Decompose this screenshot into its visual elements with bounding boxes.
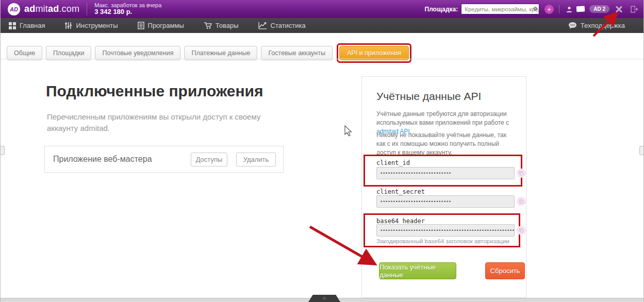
base64-helper-text: Закодированный base64 заголовок авториза…: [376, 238, 509, 244]
nav-support-label: Техподдержка: [581, 22, 625, 29]
nav-item-statistics[interactable]: Статистика: [258, 22, 306, 29]
nav-item-support[interactable]: Техподдержка: [568, 22, 625, 29]
nav-item-home[interactable]: Главная: [9, 22, 45, 29]
nav-item-label: Статистика: [271, 22, 306, 29]
nav-item-label: Инструменты: [76, 22, 118, 29]
reset-credentials-button[interactable]: Сбросить: [485, 262, 525, 279]
tab-guest-accounts[interactable]: Гостевые аккаунты: [261, 46, 333, 60]
right-panel-handle[interactable]: [639, 146, 643, 155]
earnings-value: 3 342 180 р.: [94, 8, 161, 15]
gear-icon: ⚙: [533, 6, 538, 12]
tools-icon[interactable]: [615, 5, 623, 13]
tab-platforms[interactable]: Площадки: [46, 46, 91, 60]
connected-app-row: Приложение веб-мастера Доступы Удалить: [44, 146, 284, 173]
copy-icon[interactable]: [517, 197, 526, 206]
admitad-logo-text: admitad.com: [24, 4, 79, 14]
nav-item-label: Товары: [216, 22, 239, 29]
tab-api-applications[interactable]: API и приложения: [339, 46, 409, 60]
tab-general[interactable]: Общие: [7, 46, 42, 60]
grid-icon: [9, 22, 16, 29]
platform-select-input[interactable]: Кредиты, микрозаймы, кред ⚙: [461, 4, 539, 14]
mouse-cursor: [345, 126, 352, 136]
platform-label: Площадка:: [425, 6, 458, 13]
tab-payment-details[interactable]: Платежные данные: [184, 46, 257, 60]
panel-title: Учётные данные API: [376, 90, 481, 103]
chat-bubble-icon: [568, 22, 577, 29]
app-delete-button[interactable]: Удалить: [236, 153, 276, 166]
account-badge[interactable]: AD 2: [589, 5, 609, 13]
page-description: Перечисленным приложениям вы открыли дос…: [47, 111, 284, 134]
left-panel-handle[interactable]: [1, 146, 5, 155]
settings-tab-bar: Общие Площадки Почтовые уведомления Плат…: [7, 43, 411, 63]
client-id-input[interactable]: ••••••••••••••••••••••••••••: [376, 167, 515, 179]
show-credentials-button[interactable]: Показать учётные данные: [379, 262, 456, 279]
admitad-logo-icon: AD: [8, 3, 20, 15]
cart-icon: [204, 22, 212, 29]
add-platform-button[interactable]: +: [544, 5, 554, 14]
chart-icon: [258, 22, 267, 29]
document-icon: [138, 22, 144, 29]
app-name: Приложение веб-мастера: [53, 155, 191, 164]
nav-item-label: Программы: [148, 22, 184, 29]
tab-bar-divider: [1, 59, 643, 59]
api-credentials-panel: Учётные данные API Учётные данные требую…: [361, 76, 526, 298]
top-header-bar: AD admitad.com Макс. заработок за вчера …: [1, 0, 643, 18]
nav-item-programs[interactable]: Программы: [138, 22, 184, 29]
base64-header-input[interactable]: ••••••••••••••••••••••••••••••••••••••••…: [376, 224, 515, 237]
client-secret-label: client_secret: [376, 188, 425, 195]
main-nav-bar: Главная Инструменты Программы Товары Ста…: [1, 18, 643, 33]
flag-icon[interactable]: [575, 6, 585, 13]
nav-item-label: Главная: [20, 22, 45, 29]
client-id-label: client_id: [376, 159, 410, 166]
sliders-icon: [64, 22, 72, 29]
earnings-summary: Макс. заработок за вчера 3 342 180 р.: [94, 2, 161, 15]
tab-mail-notifications[interactable]: Почтовые уведомления: [95, 46, 180, 60]
panel-warning: Никому не показывайте учётные данные, та…: [376, 131, 514, 157]
admitad-settings-page: AD admitad.com Макс. заработок за вчера …: [0, 0, 644, 302]
user-icon[interactable]: [566, 6, 573, 13]
client-secret-input[interactable]: ••••••••••••••••••••••••••••: [376, 195, 515, 208]
header-divider: [87, 3, 87, 15]
scroll-top-handle[interactable]: ⌂: [308, 295, 340, 302]
nav-item-goods[interactable]: Товары: [204, 22, 239, 29]
copy-icon[interactable]: [517, 169, 526, 178]
platform-value: Кредиты, микрозаймы, кред: [465, 6, 539, 12]
nav-item-tools[interactable]: Инструменты: [64, 22, 118, 29]
base64-header-label: base64_header: [376, 217, 425, 225]
panel-intro-text: Учётные данные требуются для авторизации…: [376, 110, 509, 126]
copy-icon[interactable]: [517, 226, 526, 235]
logout-icon[interactable]: [630, 5, 638, 13]
app-access-button[interactable]: Доступы: [191, 153, 227, 166]
admitad-logo[interactable]: AD admitad.com: [8, 3, 79, 15]
annotation-box-active-tab: API и приложения: [337, 43, 411, 63]
page-title: Подключенные приложения: [46, 82, 263, 100]
